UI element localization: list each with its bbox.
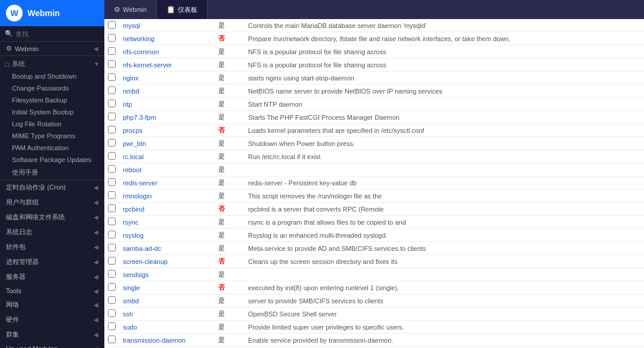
sidebar-item-pam[interactable]: PAM Authentication — [0, 142, 104, 154]
service-checkbox[interactable] — [108, 244, 116, 251]
service-name[interactable]: pwr_btn — [119, 137, 215, 150]
service-name[interactable]: sendsigs — [119, 268, 215, 281]
sidebar-item-network[interactable]: 网络 ◀ — [0, 297, 104, 312]
table-row: networking否Prepare /run/network director… — [104, 32, 644, 45]
service-name[interactable]: redis-server — [119, 176, 215, 189]
service-checkbox[interactable] — [108, 126, 116, 133]
service-status: 是 — [215, 229, 244, 242]
service-name[interactable]: rc.local — [119, 150, 215, 163]
service-name[interactable]: rpcbind — [119, 203, 215, 216]
service-name[interactable]: screen-cleanup — [119, 255, 215, 268]
sidebar-item-unused[interactable]: Un-used Modules ◀ — [0, 342, 104, 348]
sidebar-item-cron[interactable]: 定时自动作业 (Cron) ◀ — [0, 180, 104, 195]
service-description: Start NTP daemon — [244, 98, 644, 111]
service-name[interactable]: networking — [119, 32, 215, 45]
service-name[interactable]: nmbd — [119, 85, 215, 98]
sidebar-item-syslog[interactable]: 系统日志 ◀ — [0, 225, 104, 240]
service-checkbox[interactable] — [108, 218, 116, 225]
sidebar-item-filesystem-backup[interactable]: Filesystem Backup — [0, 94, 104, 106]
service-name[interactable]: reboot — [119, 163, 215, 176]
service-name[interactable]: mysql — [119, 19, 215, 32]
tools-arrow: ◀ — [94, 288, 98, 294]
sidebar-item-manual[interactable]: 使用手册 — [0, 166, 104, 179]
service-checkbox[interactable] — [108, 309, 116, 317]
sidebar-item-unused-label: Un-used Modules — [6, 345, 57, 348]
sidebar-item-tools-label: Tools — [6, 287, 21, 294]
sidebar-item-software[interactable]: 软件包 ◀ — [0, 240, 104, 254]
sidebar-item-initial-bootup[interactable]: Initial System Bootup — [0, 106, 104, 118]
tab-webmin[interactable]: ⚙ Webmin — [104, 0, 157, 19]
service-name[interactable]: procps — [119, 124, 215, 137]
sidebar-item-bootup-label: Bootup and Shutdown — [12, 73, 76, 80]
service-name[interactable]: nfs-common — [119, 45, 215, 58]
sidebar: W Webmin 🔍 ⚙ Webmin ◀ □ 系统 ▼ Bootup and … — [0, 0, 104, 348]
sidebar-item-disk-label: 磁盘和网络文件系统 — [6, 213, 65, 222]
service-status: 是 — [215, 163, 244, 176]
service-checkbox[interactable] — [108, 283, 116, 291]
service-checkbox[interactable] — [108, 60, 116, 68]
service-checkbox[interactable] — [108, 335, 116, 343]
service-name[interactable]: nfs-kernel-server — [119, 58, 215, 72]
service-name[interactable]: rsync — [119, 216, 215, 229]
service-checkbox[interactable] — [108, 73, 116, 81]
sidebar-item-bootup[interactable]: Bootup and Shutdown — [0, 70, 104, 82]
service-description: starts nginx using start-stop-daemon — [244, 72, 644, 85]
service-name[interactable]: ntp — [119, 98, 215, 111]
search-input[interactable] — [16, 30, 100, 38]
service-name[interactable]: ssh — [119, 307, 215, 321]
service-checkbox[interactable] — [108, 139, 116, 147]
service-checkbox[interactable] — [108, 270, 116, 278]
sidebar-item-mime[interactable]: MIME Type Programs — [0, 130, 104, 142]
service-checkbox[interactable] — [108, 191, 116, 199]
service-name[interactable]: single — [119, 281, 215, 294]
sidebar-item-log-rotation[interactable]: Log File Rotation — [0, 118, 104, 130]
table-row: nfs-common是NFS is a popular protocol for… — [104, 45, 644, 58]
service-checkbox[interactable] — [108, 100, 116, 107]
table-row: nfs-kernel-server是NFS is a popular proto… — [104, 58, 644, 72]
service-checkbox[interactable] — [108, 86, 116, 94]
service-checkbox[interactable] — [108, 257, 116, 265]
service-checkbox[interactable] — [108, 322, 116, 330]
table-row: procps否Loads kernel parameters that are … — [104, 124, 644, 137]
sidebar-item-hardware[interactable]: 硬件 ◀ — [0, 312, 104, 327]
service-checkbox[interactable] — [108, 165, 116, 173]
service-name[interactable]: php7.3-fpm — [119, 111, 215, 124]
sidebar-item-cp-label: Change Passwords — [12, 85, 69, 92]
sidebar-item-users[interactable]: 用户与群组 ◀ — [0, 195, 104, 210]
service-name[interactable]: sudo — [119, 321, 215, 334]
service-status: 是 — [215, 189, 244, 203]
service-checkbox[interactable] — [108, 113, 116, 120]
sidebar-item-webmin[interactable]: ⚙ Webmin ◀ — [0, 42, 104, 55]
sidebar-item-software-updates[interactable]: Software Package Updates — [0, 154, 104, 166]
sidebar-item-tools[interactable]: Tools ◀ — [0, 284, 104, 297]
sidebar-item-cluster[interactable]: 群集 ◀ — [0, 327, 104, 342]
service-name[interactable]: nginx — [119, 72, 215, 85]
service-description: executed by init(8) upon entering runlev… — [244, 281, 644, 294]
service-description: Controls the main MariaDB database serve… — [244, 19, 644, 32]
sidebar-item-services-server[interactable]: 服务器 ◀ — [0, 269, 104, 284]
sidebar-item-network-label: 网络 — [6, 300, 19, 309]
service-name[interactable]: transmission-daemon — [119, 334, 215, 347]
service-checkbox[interactable] — [108, 178, 116, 186]
service-description — [244, 268, 644, 281]
service-name[interactable]: rmnologin — [119, 189, 215, 203]
table-row: single否executed by init(8) upon entering… — [104, 281, 644, 294]
service-name[interactable]: rsyslog — [119, 229, 215, 242]
service-checkbox[interactable] — [108, 21, 116, 29]
syslog-arrow: ◀ — [94, 229, 98, 235]
sidebar-item-process[interactable]: 进程管理器 ◀ — [0, 254, 104, 269]
service-checkbox[interactable] — [108, 47, 116, 55]
service-checkbox[interactable] — [108, 152, 116, 160]
service-name[interactable]: smbd — [119, 294, 215, 307]
service-checkbox[interactable] — [108, 204, 116, 212]
service-checkbox[interactable] — [108, 34, 116, 42]
sidebar-item-change-passwords[interactable]: Change Passwords — [0, 82, 104, 94]
sidebar-item-disk[interactable]: 磁盘和网络文件系统 ◀ — [0, 210, 104, 225]
service-name[interactable]: samba-ad-dc — [119, 242, 215, 255]
service-checkbox[interactable] — [108, 231, 116, 238]
sidebar-section-system: □ 系统 ▼ Bootup and Shutdown Change Passwo… — [0, 56, 104, 180]
sidebar-item-serv-label: 服务器 — [6, 272, 26, 281]
sidebar-item-system[interactable]: □ 系统 ▼ — [0, 56, 104, 70]
tab-dashboard[interactable]: 📋 仪表板 — [157, 0, 208, 19]
service-checkbox[interactable] — [108, 296, 116, 304]
